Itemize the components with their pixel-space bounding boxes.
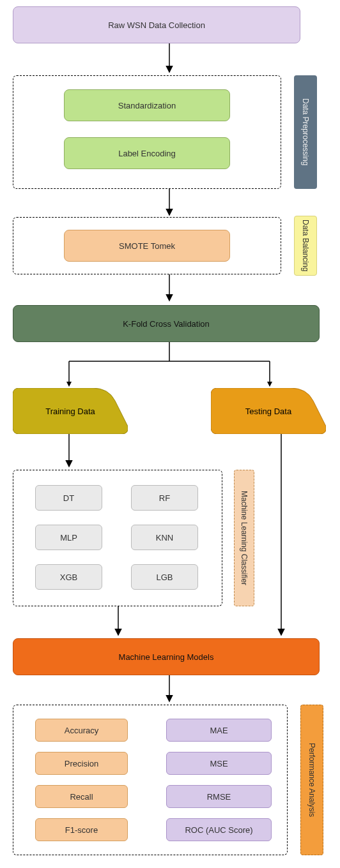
node-rmse: RMSE — [166, 785, 272, 808]
diagram-canvas: Raw WSN Data Collection Standardization … — [0, 0, 340, 868]
node-kfold: K-Fold Cross Validation — [13, 305, 320, 342]
node-label-encoding: Label Encoding — [64, 137, 230, 169]
node-knn: KNN — [131, 525, 198, 550]
node-mse: MSE — [166, 752, 272, 775]
node-dt: DT — [35, 485, 102, 511]
arrow-test-models — [278, 434, 291, 638]
arrow-kfold-split — [0, 342, 340, 393]
node-standardization: Standardization — [64, 89, 230, 121]
node-f1: F1-score — [35, 818, 128, 841]
node-raw: Raw WSN Data Collection — [13, 6, 300, 43]
node-testing-label: Testing Data — [211, 388, 326, 434]
node-rf: RF — [131, 485, 198, 511]
arrow-models-perf — [166, 675, 179, 705]
label-preprocessing: Data Preprocessing — [294, 75, 317, 189]
arrow-pre-bal — [166, 189, 179, 218]
node-mlp: MLP — [35, 525, 102, 550]
label-classifier: Machine Learning Classifier — [234, 470, 254, 606]
arrow-train-clf — [66, 434, 79, 470]
node-models: Machine Learning Models — [13, 638, 320, 675]
node-accuracy: Accuracy — [35, 719, 128, 742]
arrow-bal-kfold — [166, 274, 179, 304]
node-smote: SMOTE Tomek — [64, 230, 230, 262]
node-precision: Precision — [35, 752, 128, 775]
node-recall: Recall — [35, 785, 128, 808]
node-training-label: Training Data — [13, 388, 128, 434]
label-balancing: Data Balancing — [294, 216, 317, 276]
node-testing: Testing Data — [211, 388, 326, 434]
arrow-clf-models — [115, 606, 128, 638]
label-performance: Performance Analysis — [300, 705, 323, 855]
node-xgb: XGB — [35, 564, 102, 590]
node-training: Training Data — [13, 388, 128, 434]
node-lgb: LGB — [131, 564, 198, 590]
arrow-raw-pre — [166, 43, 179, 75]
node-roc: ROC (AUC Score) — [166, 818, 272, 841]
node-mae: MAE — [166, 719, 272, 742]
